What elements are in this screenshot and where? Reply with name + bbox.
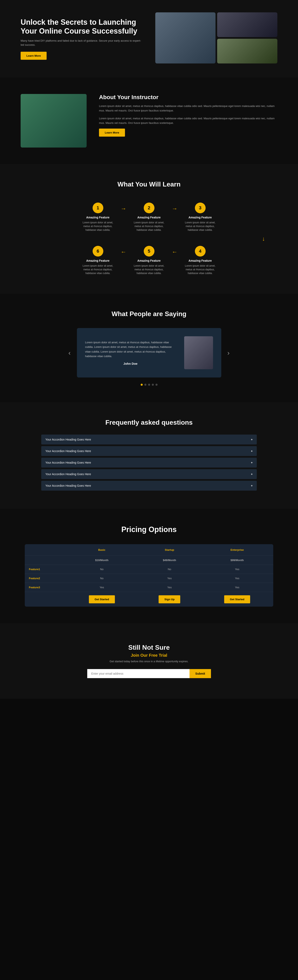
cta-form: Submit <box>87 669 211 678</box>
feature2-startup: Yes <box>138 574 201 583</box>
pricing-empty-header <box>25 544 66 556</box>
accordion-heading-1: Your Accordion Heading Goes Here <box>45 438 91 441</box>
feature3-name: Feature3 <box>25 583 66 592</box>
dot-2[interactable] <box>144 384 147 386</box>
pricing-price-label <box>25 556 66 565</box>
accordion-heading-3: Your Accordion Heading Goes Here <box>45 461 91 464</box>
learn-number-2: 2 <box>144 202 155 213</box>
arrow-left-2: ← <box>170 247 180 255</box>
dot-3[interactable] <box>148 384 150 386</box>
learn-item-4: 4 Amazing Feature Lorem ipsum dolor sit … <box>180 244 221 277</box>
cta-title: Still Not Sure <box>41 644 257 651</box>
pricing-plan-enterprise: Enterprise <box>201 544 273 556</box>
testimonial-dots <box>21 384 277 386</box>
learn-number-4: 4 <box>195 246 206 256</box>
accordion-plus-5: + <box>251 484 253 487</box>
pricing-plan-basic: Basic <box>66 544 138 556</box>
feature1-name: Feature1 <box>25 565 66 574</box>
accordion-plus-2: + <box>251 449 253 453</box>
about-para-2: Lorem ipsum dolor sit amet, metus at rho… <box>99 116 277 125</box>
pricing-feature-3: Feature3 Yes Yes Yes <box>25 583 273 592</box>
pricing-table: Basic Startup Enterprise $10/Month $49/M… <box>25 544 273 607</box>
feature3-startup: Yes <box>138 583 201 592</box>
accordion-heading-5: Your Accordion Heading Goes Here <box>45 484 91 487</box>
learn-item-1: 1 Amazing Feature Lorem ipsum dolor sit … <box>77 200 119 234</box>
hero-section: Unlock the Secrets to Launching Your Onl… <box>0 0 298 78</box>
accordion-heading-2: Your Accordion Heading Goes Here <box>45 449 91 453</box>
about-para-1: Lorem ipsum dolor sit amet, metus at rho… <box>99 104 277 113</box>
testimonial-text: Lorem ipsum dolor sit amet, metus at rho… <box>85 340 176 365</box>
about-learn-more-button[interactable]: Learn More <box>99 129 125 137</box>
testimonial-card: Lorem ipsum dolor sit amet, metus at rho… <box>77 328 221 377</box>
learn-item-6: 6 Amazing Feature Lorem ipsum dolor sit … <box>77 244 119 277</box>
instructor-image <box>21 94 87 148</box>
feature3-basic: Yes <box>66 583 138 592</box>
hero-image-1 <box>155 12 215 64</box>
feature2-enterprise: Yes <box>201 574 273 583</box>
learn-number-6: 6 <box>92 246 103 256</box>
learn-feature-title-6: Amazing Feature <box>80 259 116 262</box>
faq-section: Frequently asked questions Your Accordio… <box>0 402 298 509</box>
arrow-right-2: → <box>170 204 180 212</box>
accordion-heading-4: Your Accordion Heading Goes Here <box>45 473 91 476</box>
learn-feature-desc-6: Lorem ipsum dolor sit amet, metus at rho… <box>80 264 116 275</box>
pricing-header-row: Basic Startup Enterprise <box>25 544 273 556</box>
learn-feature-title-1: Amazing Feature <box>80 216 116 219</box>
pricing-btn-row: Get Started Sign Up Get Started <box>25 592 273 607</box>
learn-item-2: 2 Amazing Feature Lorem ipsum dolor sit … <box>129 200 170 234</box>
learn-feature-desc-2: Lorem ipsum dolor sit amet, metus at rho… <box>131 221 168 232</box>
testimonial-next-button[interactable]: › <box>221 349 236 357</box>
dot-1[interactable] <box>141 384 143 386</box>
pricing-feature-1: Feature1 No No Yes <box>25 565 273 574</box>
accordion-plus-1: + <box>251 438 253 441</box>
learn-row-1: 1 Amazing Feature Lorem ipsum dolor sit … <box>21 200 277 234</box>
testimonials-section: What People are Saying ‹ Lorem ipsum dol… <box>0 294 298 402</box>
hero-learn-more-button[interactable]: Learn More <box>21 52 46 60</box>
cta-subtitle: Join Our Free Trial <box>41 653 257 658</box>
pricing-btn-startup[interactable]: Sign Up <box>159 595 180 603</box>
pricing-btn-enterprise[interactable]: Get Started <box>224 595 250 603</box>
cta-submit-button[interactable]: Submit <box>190 669 211 678</box>
accordion-item-3[interactable]: Your Accordion Heading Goes Here + <box>41 458 257 468</box>
testimonial-prev-button[interactable]: ‹ <box>62 349 77 357</box>
feature2-basic: No <box>66 574 138 583</box>
about-title: About Your Instructor <box>99 94 277 100</box>
learn-feature-title-4: Amazing Feature <box>182 259 219 262</box>
learn-section: What You Will Learn 1 Amazing Feature Lo… <box>0 164 298 294</box>
accordion-item-5[interactable]: Your Accordion Heading Goes Here + <box>41 481 257 491</box>
pricing-plan-startup: Startup <box>138 544 201 556</box>
pricing-btn-startup-cell: Sign Up <box>138 592 201 607</box>
pricing-title: Pricing Options <box>25 525 273 534</box>
learn-grid: 1 Amazing Feature Lorem ipsum dolor sit … <box>21 200 277 277</box>
pricing-btn-label <box>25 592 66 607</box>
accordion-item-4[interactable]: Your Accordion Heading Goes Here + <box>41 469 257 479</box>
hero-image-3 <box>217 39 277 64</box>
arrow-down: ↓ <box>21 235 277 242</box>
accordion-plus-3: + <box>251 461 253 464</box>
accordion-item-1[interactable]: Your Accordion Heading Goes Here + <box>41 434 257 444</box>
pricing-btn-basic[interactable]: Get Started <box>89 595 115 603</box>
learn-title: What You Will Learn <box>21 180 277 188</box>
learn-number-1: 1 <box>92 202 103 213</box>
about-content: About Your Instructor Lorem ipsum dolor … <box>99 94 277 137</box>
hero-title: Unlock the Secrets to Launching Your Onl… <box>21 18 143 35</box>
pricing-feature-2: Feature2 No Yes Yes <box>25 574 273 583</box>
hero-text: Unlock the Secrets to Launching Your Onl… <box>21 18 155 60</box>
feature1-enterprise: Yes <box>201 565 273 574</box>
dot-4[interactable] <box>152 384 154 386</box>
pricing-btn-basic-cell: Get Started <box>66 592 138 607</box>
accordion-item-2[interactable]: Your Accordion Heading Goes Here + <box>41 446 257 456</box>
learn-feature-title-2: Amazing Feature <box>131 216 168 219</box>
arrow-left-1: ← <box>119 247 129 255</box>
testimonials-title: What People are Saying <box>21 310 277 318</box>
learn-feature-title-3: Amazing Feature <box>182 216 219 219</box>
about-section: About Your Instructor Lorem ipsum dolor … <box>0 78 298 164</box>
hero-images <box>155 12 277 65</box>
dot-5[interactable] <box>156 384 158 386</box>
faq-title: Frequently asked questions <box>41 419 257 426</box>
learn-feature-desc-4: Lorem ipsum dolor sit amet, metus at rho… <box>182 264 219 275</box>
accordion-list: Your Accordion Heading Goes Here + Your … <box>41 434 257 491</box>
learn-item-5: 5 Amazing Feature Lorem ipsum dolor sit … <box>129 244 170 277</box>
cta-email-input[interactable] <box>87 669 190 678</box>
cta-desc: Get started today before this once in a … <box>41 660 257 663</box>
